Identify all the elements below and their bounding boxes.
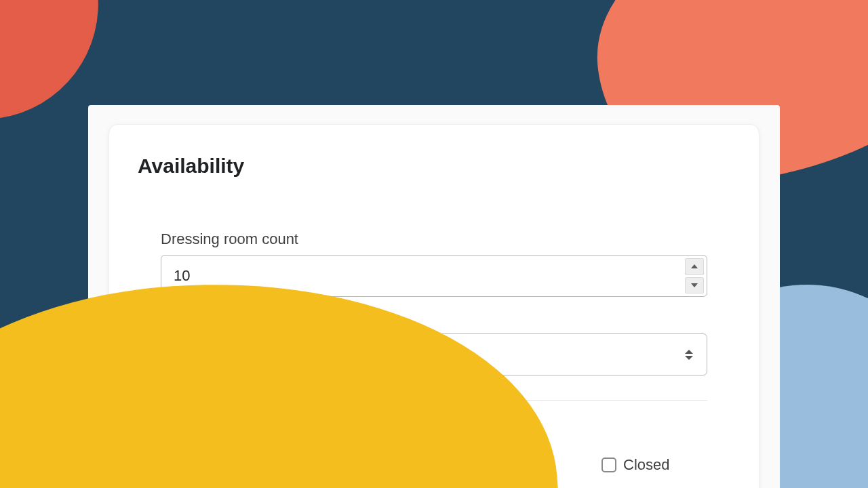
stepper-down-button[interactable] [685, 277, 704, 294]
caret-down-icon [691, 283, 698, 287]
closed-label: Closed [623, 456, 669, 474]
closed-checkbox[interactable] [601, 458, 616, 472]
promo-stage: Availability Dressing room count 10 Appo… [0, 0, 868, 488]
closed-checkbox-wrap[interactable]: Closed [601, 456, 669, 474]
dressing-room-count-label: Dressing room count [161, 230, 707, 248]
stepper-up-button[interactable] [685, 258, 704, 275]
dressing-room-count-value: 10 [174, 267, 707, 285]
caret-up-icon [691, 264, 698, 268]
card-title: Availability [138, 155, 730, 178]
select-caret-icon [685, 348, 694, 361]
number-stepper [685, 258, 704, 293]
